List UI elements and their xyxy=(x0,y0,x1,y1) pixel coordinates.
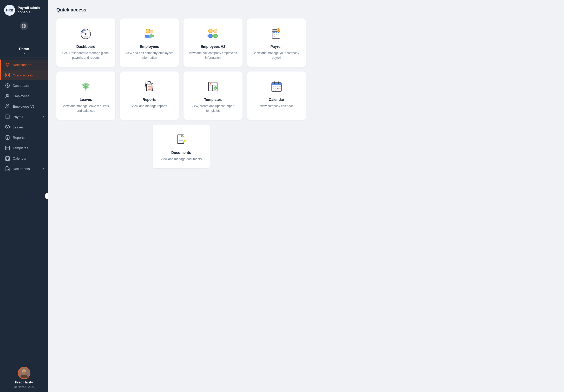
employees-v2-label: Employees V2 xyxy=(13,104,35,108)
card-calendar[interactable]: Calendar View company calendar xyxy=(247,71,306,120)
payroll-card-icon: $ xyxy=(269,26,284,41)
svg-rect-88 xyxy=(275,88,276,89)
svg-rect-13 xyxy=(8,73,10,75)
sidebar-item-calendar[interactable]: Calendar xyxy=(0,153,48,164)
svg-rect-35 xyxy=(6,159,7,160)
svg-rect-28 xyxy=(6,146,10,150)
svg-rect-7 xyxy=(24,27,24,28)
svg-rect-60 xyxy=(276,34,277,35)
svg-point-44 xyxy=(85,33,87,35)
sidebar-item-payroll[interactable]: Payroll ▾ xyxy=(0,112,48,122)
card-employees[interactable]: Employees View and edit company employee… xyxy=(120,18,179,67)
company-section: Demo ▾ xyxy=(0,19,48,57)
card-templates[interactable]: Templates View, create and update import… xyxy=(183,71,242,120)
quick-access-grid: km/h Dashboard PAC Dashboard to manage g… xyxy=(56,18,306,168)
grid-icon xyxy=(5,73,10,78)
sidebar-item-templates[interactable]: Templates xyxy=(0,143,48,153)
svg-point-18 xyxy=(6,94,8,95)
card-payroll[interactable]: $ Payroll View and manage your company p… xyxy=(247,18,306,67)
card-dashboard[interactable]: km/h Dashboard PAC Dashboard to manage g… xyxy=(56,18,115,67)
sidebar-footer: Fred Hardy Mercans © 2023 xyxy=(0,363,48,392)
svg-rect-14 xyxy=(6,76,7,77)
apps-icon-button[interactable] xyxy=(20,22,28,30)
svg-rect-89 xyxy=(277,88,279,89)
card-employees-v2[interactable]: Employees V2 View and edit company emplo… xyxy=(183,18,242,67)
svg-rect-59 xyxy=(273,34,275,35)
svg-point-46 xyxy=(146,29,150,33)
sidebar-item-employees[interactable]: Employees xyxy=(0,91,48,101)
leaves-card-icon xyxy=(78,79,93,94)
calendar-card-desc: View company calendar xyxy=(260,104,293,108)
sidebar-header: HRB Payroll admin console xyxy=(0,0,48,19)
card-reports[interactable]: Reports View and manage reports xyxy=(120,71,179,120)
main-content: Quick access km/h Dashboard PAC Dashboar… xyxy=(48,0,564,392)
svg-rect-79 xyxy=(272,83,281,85)
nav-section: Notifications Quick access xyxy=(0,57,48,363)
reports-card-desc: View and manage reports xyxy=(132,104,167,108)
calendar-card-title: Calendar xyxy=(269,97,284,102)
sidebar: HRB Payroll admin console xyxy=(0,0,48,392)
documents-card-title: Documents xyxy=(171,151,191,155)
svg-rect-6 xyxy=(22,27,23,28)
payroll-chevron-icon: ▾ xyxy=(43,115,44,118)
templates-label: Templates xyxy=(13,146,28,150)
documents-chevron-icon: ▾ xyxy=(43,167,44,170)
leaves-icon xyxy=(5,125,10,130)
user-org: Mercans © 2023 xyxy=(14,385,35,388)
sidebar-item-leaves[interactable]: Leaves xyxy=(0,122,48,132)
company-dropdown[interactable]: ▾ xyxy=(23,51,25,55)
svg-rect-87 xyxy=(273,88,274,89)
bell-icon xyxy=(5,62,10,67)
svg-rect-83 xyxy=(273,86,274,87)
employees-v2-card-title: Employees V2 xyxy=(201,44,225,49)
sidebar-item-employees-v2[interactable]: Employees V2 xyxy=(0,101,48,112)
employees-card-desc: View and edit company employees informat… xyxy=(125,51,174,60)
svg-rect-84 xyxy=(275,86,276,87)
employees-v2-card-desc: View and edit company employees informat… xyxy=(189,51,237,60)
dashboard-label: Dashboard xyxy=(13,84,29,88)
svg-rect-31 xyxy=(6,156,10,160)
sidebar-item-dashboard[interactable]: Dashboard xyxy=(0,80,48,91)
leaves-card-title: Leaves xyxy=(80,97,92,102)
svg-rect-4 xyxy=(24,26,24,27)
payroll-label: Payroll xyxy=(13,115,23,119)
calendar-icon xyxy=(5,156,10,161)
svg-rect-3 xyxy=(22,26,23,27)
svg-point-49 xyxy=(149,35,154,37)
svg-rect-0 xyxy=(22,24,23,25)
templates-card-title: Templates xyxy=(204,97,222,102)
dashboard-icon xyxy=(5,83,10,88)
reports-card-title: Reports xyxy=(142,97,156,102)
svg-rect-58 xyxy=(278,32,279,33)
payroll-icon xyxy=(5,114,10,119)
employees-label: Employees xyxy=(13,94,29,98)
svg-point-21 xyxy=(8,104,9,106)
company-logo xyxy=(17,32,31,45)
sidebar-item-notifications[interactable]: Notifications xyxy=(0,60,48,70)
svg-point-20 xyxy=(6,104,7,106)
documents-label: Documents xyxy=(13,167,30,171)
sidebar-item-reports[interactable]: Reports xyxy=(0,132,48,143)
card-documents[interactable]: Documents View and manage documents xyxy=(153,125,210,168)
sidebar-item-documents[interactable]: Documents ▾ xyxy=(0,164,48,174)
dashboard-card-title: Dashboard xyxy=(76,44,95,49)
quick-access-label: Quick access xyxy=(13,73,33,77)
templates-card-icon xyxy=(206,79,220,94)
employees-card-title: Employees xyxy=(140,44,159,49)
svg-point-27 xyxy=(7,137,8,139)
svg-rect-91 xyxy=(273,90,274,91)
leaves-label: Leaves xyxy=(13,125,24,129)
employees-card-icon xyxy=(142,26,157,41)
svg-text:km/h: km/h xyxy=(84,36,88,38)
templates-icon xyxy=(5,145,10,151)
svg-text:$: $ xyxy=(278,29,279,32)
user-name: Fred Hardy xyxy=(15,380,33,384)
svg-point-19 xyxy=(8,95,9,96)
card-leaves[interactable]: Leaves View and manage leave requests an… xyxy=(56,71,115,120)
sidebar-item-quick-access[interactable]: Quick access xyxy=(0,70,48,80)
sidebar-title: Payroll admin console xyxy=(18,6,44,15)
page-title: Quick access xyxy=(56,7,556,13)
svg-rect-56 xyxy=(273,32,275,33)
dashboard-card-desc: PAC Dashboard to manage global payrolls … xyxy=(62,51,110,60)
documents-card-icon xyxy=(174,132,188,147)
